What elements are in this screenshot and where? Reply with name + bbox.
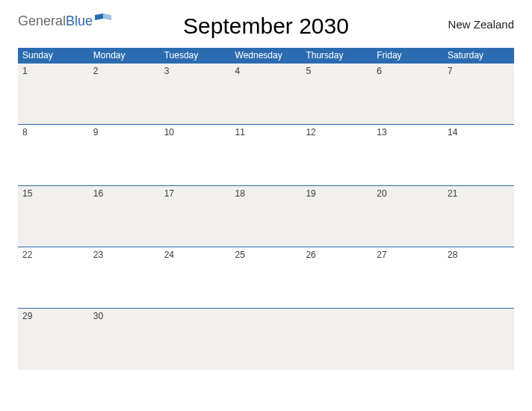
- calendar-day-cell: [160, 309, 231, 370]
- calendar-day-cell: 3: [160, 64, 231, 125]
- calendar-week-row: 22232425262728: [18, 247, 514, 309]
- calendar-day-cell: [372, 309, 443, 370]
- col-header: Wednesday: [231, 48, 302, 64]
- calendar-day-cell: 10: [160, 125, 231, 186]
- flag-icon: [95, 13, 111, 28]
- calendar-day-cell: 11: [231, 125, 302, 186]
- calendar-day-cell: 23: [89, 247, 160, 309]
- col-header: Saturday: [443, 48, 514, 64]
- col-header: Thursday: [301, 48, 372, 64]
- calendar-day-cell: 13: [372, 125, 443, 186]
- calendar-day-cell: 6: [372, 64, 443, 125]
- logo-block: GeneralBlue: [18, 13, 123, 28]
- calendar-body: 1234567891011121314151617181920212223242…: [18, 64, 514, 370]
- col-header: Friday: [372, 48, 443, 64]
- calendar-header: GeneralBlue September 2030 New Zealand: [18, 13, 514, 39]
- calendar-week-row: 2930: [18, 309, 514, 370]
- calendar-day-cell: 9: [89, 125, 160, 186]
- calendar-day-cell: 22: [18, 247, 89, 309]
- calendar-day-cell: 28: [443, 247, 514, 309]
- calendar-week-row: 15161718192021: [18, 186, 514, 247]
- calendar-week-row: 891011121314: [18, 125, 514, 186]
- col-header: Monday: [89, 48, 160, 64]
- calendar-region: New Zealand: [409, 13, 514, 31]
- calendar-day-cell: 5: [301, 64, 372, 125]
- calendar-day-cell: 25: [231, 247, 302, 309]
- calendar-day-cell: 14: [443, 125, 514, 186]
- calendar-day-cell: [443, 309, 514, 370]
- calendar-day-cell: 20: [372, 186, 443, 247]
- calendar-day-cell: 30: [89, 309, 160, 370]
- calendar-day-cell: 2: [89, 64, 160, 125]
- calendar-day-cell: 12: [301, 125, 372, 186]
- calendar-week-row: 1234567: [18, 64, 514, 125]
- calendar-title: September 2030: [123, 13, 409, 39]
- logo: GeneralBlue: [18, 13, 111, 28]
- calendar-day-cell: [231, 309, 302, 370]
- calendar-day-cell: 27: [372, 247, 443, 309]
- calendar-day-cell: [301, 309, 372, 370]
- logo-text-blue: Blue: [66, 14, 93, 28]
- calendar-day-cell: 16: [89, 186, 160, 247]
- col-header: Tuesday: [160, 48, 231, 64]
- calendar-day-cell: 1: [18, 64, 89, 125]
- calendar-day-cell: 19: [301, 186, 372, 247]
- calendar-day-cell: 17: [160, 186, 231, 247]
- calendar-day-cell: 4: [231, 64, 302, 125]
- calendar-day-cell: 26: [301, 247, 372, 309]
- logo-text-general: General: [18, 14, 66, 28]
- calendar-day-cell: 29: [18, 309, 89, 370]
- calendar-grid: Sunday Monday Tuesday Wednesday Thursday…: [18, 48, 514, 370]
- calendar-day-cell: 18: [231, 186, 302, 247]
- calendar-day-cell: 15: [18, 186, 89, 247]
- calendar-day-cell: 7: [443, 64, 514, 125]
- calendar-day-cell: 21: [443, 186, 514, 247]
- calendar-day-cell: 24: [160, 247, 231, 309]
- col-header: Sunday: [18, 48, 89, 64]
- calendar-day-cell: 8: [18, 125, 89, 186]
- calendar-header-row: Sunday Monday Tuesday Wednesday Thursday…: [18, 48, 514, 64]
